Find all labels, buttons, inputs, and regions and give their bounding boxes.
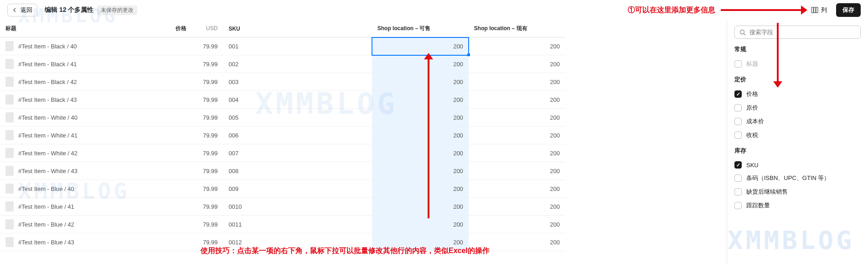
cell-price[interactable]: 79.99 xyxy=(164,55,223,73)
table-row: #Test Item - White / 4379.99008200200 xyxy=(0,162,565,180)
th-price[interactable]: 价格 USD xyxy=(164,20,223,37)
cell-title[interactable]: #Test Item - White / 43 xyxy=(0,162,164,180)
main-area: 标题 价格 USD SKU Shop location – 可售 Shop lo… xyxy=(0,20,868,264)
thumbnail xyxy=(5,112,14,122)
field-sku[interactable]: SKU xyxy=(734,158,861,171)
cell-title[interactable]: #Test Item - White / 42 xyxy=(0,144,164,162)
field-compare-at[interactable]: 原价 xyxy=(734,101,861,115)
cell-title[interactable]: #Test Item - Blue / 42 xyxy=(0,216,164,233)
cell-sku[interactable]: 007 xyxy=(223,144,372,162)
cell-onhand[interactable]: 200 xyxy=(469,180,565,198)
cell-available[interactable]: 200 xyxy=(372,37,469,55)
cell-sku[interactable]: 004 xyxy=(223,91,372,109)
field-title: 标题 xyxy=(734,57,861,71)
cell-available[interactable]: 200 xyxy=(372,162,469,180)
cell-onhand[interactable]: 200 xyxy=(469,73,565,91)
annotation-tip: 使用技巧：点击某一项的右下角，鼠标下拉可以批量修改其他行的内容，类似Excel的… xyxy=(201,246,490,256)
cell-price[interactable]: 79.99 xyxy=(164,127,223,144)
th-sku[interactable]: SKU xyxy=(223,20,372,37)
cell-available[interactable]: 200 xyxy=(372,127,469,144)
cell-price[interactable]: 79.99 xyxy=(164,91,223,109)
cell-title[interactable]: #Test Item - Blue / 41 xyxy=(0,198,164,216)
field-track-qty[interactable]: 跟踪数量 xyxy=(734,199,861,212)
back-button[interactable]: 返回 xyxy=(7,4,37,16)
save-button[interactable]: 保存 xyxy=(836,3,861,17)
section-inventory: 库存 xyxy=(734,147,861,155)
columns-button[interactable]: 列 xyxy=(807,4,831,16)
checkbox-icon xyxy=(734,188,742,195)
svg-rect-2 xyxy=(816,7,818,13)
cell-onhand[interactable]: 200 xyxy=(469,37,565,55)
cell-sku[interactable]: 001 xyxy=(223,37,372,55)
cell-price[interactable]: 79.99 xyxy=(164,109,223,127)
cell-price[interactable]: 79.99 xyxy=(164,144,223,162)
thumbnail xyxy=(5,130,14,140)
cell-onhand[interactable]: 200 xyxy=(469,91,565,109)
cell-title[interactable]: #Test Item - White / 40 xyxy=(0,109,164,127)
cell-available[interactable]: 200 xyxy=(372,91,469,109)
annotation-arrow-down xyxy=(777,23,779,82)
field-barcode[interactable]: 条码（ISBN、UPC、GTIN 等） xyxy=(734,171,861,185)
cell-title[interactable]: #Test Item - Black / 40 xyxy=(0,37,164,55)
cell-onhand[interactable]: 200 xyxy=(469,144,565,162)
cell-available[interactable]: 200 xyxy=(372,109,469,127)
th-available[interactable]: Shop location – 可售 xyxy=(372,20,469,37)
field-cost[interactable]: 成本价 xyxy=(734,115,861,128)
checkbox-icon xyxy=(734,174,742,182)
cell-onhand[interactable]: 200 xyxy=(469,216,565,233)
table-row: #Test Item - White / 4279.99007200200 xyxy=(0,144,565,162)
cell-price[interactable]: 79.99 xyxy=(164,73,223,91)
cell-sku[interactable]: 008 xyxy=(223,162,372,180)
cell-available[interactable]: 200 xyxy=(372,55,469,73)
cell-sku[interactable]: 009 xyxy=(223,180,372,198)
thumbnail xyxy=(5,166,14,176)
cell-sku[interactable]: 003 xyxy=(223,73,372,91)
checkbox-icon xyxy=(734,161,742,169)
table-row: #Test Item - Black / 4279.99003200200 xyxy=(0,73,565,91)
unsaved-badge: 未保存的更改 xyxy=(97,5,137,15)
cell-title[interactable]: #Test Item - Blue / 43 xyxy=(0,233,164,251)
cell-price[interactable]: 79.99 xyxy=(164,37,223,55)
search-input[interactable] xyxy=(749,29,856,36)
cell-title[interactable]: #Test Item - White / 41 xyxy=(0,127,164,144)
search-box[interactable] xyxy=(734,26,861,39)
cell-title[interactable]: #Test Item - Black / 41 xyxy=(0,55,164,73)
cell-sku[interactable]: 005 xyxy=(223,109,372,127)
field-continue-selling[interactable]: 缺货后继续销售 xyxy=(734,185,861,199)
cell-price[interactable]: 79.99 xyxy=(164,162,223,180)
cell-price[interactable]: 79.99 xyxy=(164,216,223,233)
cell-sku[interactable]: 0010 xyxy=(223,198,372,216)
cell-onhand[interactable]: 200 xyxy=(469,55,565,73)
cell-title[interactable]: #Test Item - Black / 43 xyxy=(0,91,164,109)
section-pricing: 定价 xyxy=(734,75,861,84)
thumbnail xyxy=(5,41,14,51)
cell-title[interactable]: #Test Item - Black / 42 xyxy=(0,73,164,91)
field-price[interactable]: 价格 xyxy=(734,87,861,101)
checkbox-icon xyxy=(734,90,742,98)
cell-available[interactable]: 200 xyxy=(372,73,469,91)
cell-sku[interactable]: 006 xyxy=(223,127,372,144)
cell-title[interactable]: #Test Item - Blue / 40 xyxy=(0,180,164,198)
th-onhand[interactable]: Shop location – 现有 xyxy=(469,20,565,37)
cell-sku[interactable]: 0011 xyxy=(223,216,372,233)
cell-price[interactable]: 79.99 xyxy=(164,198,223,216)
annotation-top: ①可以在这里添加更多信息 xyxy=(628,5,715,15)
annotation-arrow-up xyxy=(428,58,429,218)
cell-price[interactable]: 79.99 xyxy=(164,180,223,198)
th-title[interactable]: 标题 xyxy=(0,20,164,37)
cell-available[interactable]: 200 xyxy=(372,180,469,198)
variants-table: 标题 价格 USD SKU Shop location – 可售 Shop lo… xyxy=(0,20,565,251)
annotation-arrow-right xyxy=(721,9,803,11)
cell-available[interactable]: 200 xyxy=(372,144,469,162)
cell-onhand[interactable]: 200 xyxy=(469,162,565,180)
cell-onhand[interactable]: 200 xyxy=(469,127,565,144)
cell-available[interactable]: 200 xyxy=(372,198,469,216)
table-row: #Test Item - Blue / 4079.99009200200 xyxy=(0,180,565,198)
table-row: #Test Item - Blue / 4179.990010200200 xyxy=(0,198,565,216)
cell-onhand[interactable]: 200 xyxy=(469,109,565,127)
field-tax[interactable]: 收税 xyxy=(734,128,861,142)
cell-onhand[interactable]: 200 xyxy=(469,198,565,216)
cell-available[interactable]: 200 xyxy=(372,216,469,233)
cell-sku[interactable]: 002 xyxy=(223,55,372,73)
table-row: #Test Item - White / 4179.99006200200 xyxy=(0,127,565,144)
